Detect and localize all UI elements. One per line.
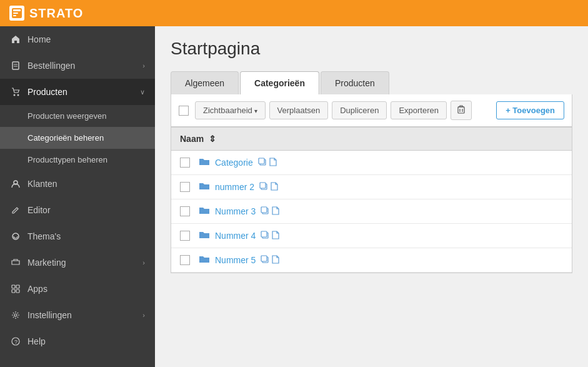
help-icon: ? (10, 336, 21, 347)
marketing-icon (10, 257, 21, 268)
sidebar-label-editor: Editor (27, 205, 145, 215)
chevron-down-icon: ∨ (140, 88, 145, 96)
select-all-checkbox[interactable] (179, 106, 189, 116)
row-link-4[interactable]: Nummer 4 (215, 231, 256, 241)
logo-icon (9, 6, 24, 21)
column-name-header: Naam ⇕ (180, 134, 216, 144)
svg-rect-18 (458, 107, 464, 113)
sidebar-subitem-producttypen-beheren[interactable]: Producttypen beheren (0, 149, 155, 171)
copy-icon-2[interactable] (259, 182, 268, 193)
table-row: Nummer 5 (171, 248, 572, 273)
sidebar-label-producten: Producten (27, 87, 140, 97)
sidebar-item-help[interactable]: ? Help (0, 328, 155, 354)
copy-icon-1[interactable] (258, 158, 267, 168)
svg-rect-11 (12, 285, 15, 288)
copy-icon-4[interactable] (261, 231, 269, 241)
sidebar-subitem-categorieen-beheren[interactable]: Categorieën beheren (0, 127, 155, 149)
svg-rect-28 (261, 256, 267, 261)
sidebar: Home Bestellingen › Producten ∨ Producte… (0, 26, 155, 367)
sort-icon[interactable]: ⇕ (209, 134, 216, 144)
row-checkbox-3[interactable] (180, 206, 190, 216)
producten-icon (10, 86, 21, 98)
svg-rect-20 (259, 158, 264, 164)
file-icon-4[interactable] (272, 231, 279, 241)
table-row: nummer 2 (171, 175, 572, 199)
svg-rect-4 (12, 62, 19, 69)
chevron-right-marketing-icon: › (142, 259, 145, 266)
sidebar-label-help: Help (27, 336, 145, 346)
sidebar-label-apps: Apps (27, 284, 145, 294)
row-checkbox-1[interactable] (180, 158, 190, 168)
instellingen-icon (10, 309, 21, 321)
duplicate-button[interactable]: Dupliceren (332, 101, 387, 119)
svg-rect-3 (13, 15, 16, 16)
chevron-right-icon: › (142, 62, 145, 69)
copy-icon-3[interactable] (261, 206, 269, 217)
row-link-1[interactable]: Categorie (215, 158, 253, 168)
svg-point-15 (14, 314, 17, 316)
svg-rect-1 (13, 9, 21, 11)
sidebar-label-marketing: Marketing (27, 258, 142, 268)
file-icon-1[interactable] (269, 158, 277, 168)
file-icon-3[interactable] (272, 206, 279, 217)
klanten-icon (10, 178, 21, 189)
sidebar-label-home: Home (27, 34, 145, 44)
sidebar-item-editor[interactable]: Editor (0, 197, 155, 223)
visibility-button[interactable]: Zichtbaarheid (195, 101, 266, 119)
sidebar-item-themas[interactable]: Thema's (0, 223, 155, 249)
export-button[interactable]: Exporteren (391, 101, 447, 119)
row-link-3[interactable]: Nummer 3 (215, 206, 256, 216)
sidebar-item-bestellingen[interactable]: Bestellingen › (0, 53, 155, 79)
svg-rect-26 (261, 231, 267, 237)
sidebar-subitem-producten-weergeven[interactable]: Producten weergeven (0, 105, 155, 127)
row-actions-1 (258, 158, 277, 168)
tab-bar: Algemeen Categorieën Producten (171, 71, 572, 94)
row-actions-3 (261, 206, 279, 217)
svg-rect-22 (260, 183, 266, 188)
row-actions-4 (261, 231, 279, 241)
file-icon-5[interactable] (272, 255, 279, 266)
row-link-2[interactable]: nummer 2 (215, 182, 254, 192)
subitem-label-categorieen-beheren: Categorieën beheren (27, 133, 104, 143)
sidebar-item-klanten[interactable]: Klanten (0, 171, 155, 197)
apps-icon (10, 283, 21, 294)
sidebar-label-klanten: Klanten (27, 179, 145, 189)
table-row: Nummer 3 (171, 199, 572, 224)
folder-icon-2 (199, 181, 210, 193)
tab-categorieen[interactable]: Categorieën (240, 71, 319, 94)
tab-producten[interactable]: Producten (321, 71, 389, 94)
row-checkbox-2[interactable] (180, 182, 190, 192)
sidebar-label-themas: Thema's (27, 231, 145, 241)
sidebar-item-marketing[interactable]: Marketing › (0, 249, 155, 276)
copy-icon-5[interactable] (261, 255, 269, 266)
svg-rect-12 (16, 285, 19, 288)
delete-button[interactable] (451, 101, 472, 120)
add-button[interactable]: + Toevoegen (496, 101, 564, 119)
row-actions-5 (261, 255, 279, 266)
tab-algemeen[interactable]: Algemeen (171, 71, 239, 94)
themas-icon (10, 231, 21, 242)
sidebar-item-apps[interactable]: Apps (0, 276, 155, 302)
sidebar-item-instellingen[interactable]: Instellingen › (0, 302, 155, 328)
subitem-label-producttypen-beheren: Producttypen beheren (27, 155, 107, 164)
row-link-5[interactable]: Nummer 5 (215, 255, 256, 265)
home-icon (10, 34, 21, 45)
content-area: Startpagina Algemeen Categorieën Product… (155, 26, 588, 367)
file-icon-2[interactable] (271, 182, 278, 193)
move-button[interactable]: Verplaatsen (269, 101, 329, 119)
row-checkbox-4[interactable] (180, 231, 190, 241)
folder-icon-3 (199, 206, 210, 217)
sidebar-item-producten[interactable]: Producten ∨ (0, 79, 155, 105)
main-layout: Home Bestellingen › Producten ∨ Producte… (0, 26, 588, 367)
folder-icon-1 (199, 157, 210, 168)
row-checkbox-5[interactable] (180, 255, 190, 265)
sidebar-item-home[interactable]: Home (0, 26, 155, 53)
table-header: Naam ⇕ (171, 127, 572, 151)
bestellingen-icon (10, 60, 21, 71)
svg-text:?: ? (14, 339, 17, 345)
svg-rect-24 (261, 207, 267, 213)
editor-icon (10, 204, 21, 216)
sidebar-label-bestellingen: Bestellingen (27, 61, 142, 71)
table-row: Categorie (171, 151, 572, 175)
subitem-label-producten-weergeven: Producten weergeven (27, 111, 106, 121)
